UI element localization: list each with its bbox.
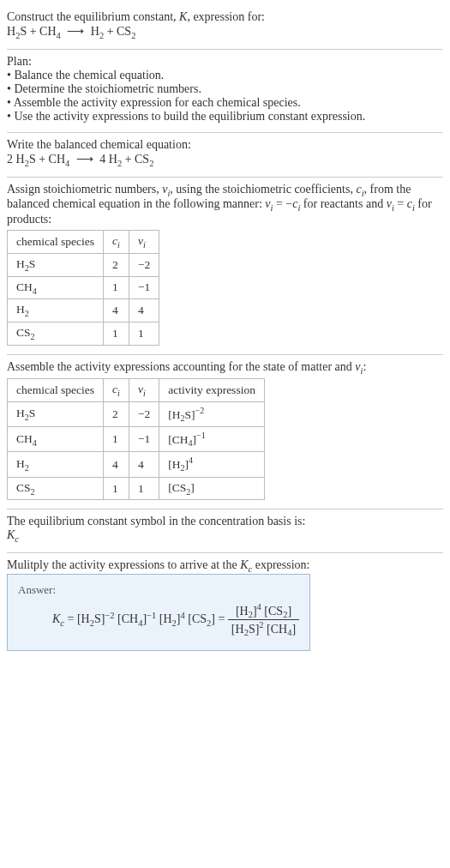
nui-cell: 1 xyxy=(129,322,159,345)
species-cell: H2 xyxy=(8,299,104,322)
ci-cell: 1 xyxy=(104,276,129,299)
ci-cell: 1 xyxy=(104,322,129,345)
balanced-block: Write the balanced chemical equation: 2 … xyxy=(7,135,443,175)
divider xyxy=(7,132,443,133)
kc-expression: Kc = [H2S]−2 [CH4]−1 [H2]4 [CS2] = [H2]4… xyxy=(18,602,299,638)
balanced-label: Write the balanced chemical equation: xyxy=(7,138,443,152)
table-row: H2S 2 −2 xyxy=(8,253,159,276)
species-cell: H2S xyxy=(8,402,104,427)
table-row: chemical species ci νi activity expressi… xyxy=(8,379,265,402)
fraction: [H2]4 [CS2] [H2S]2 [CH4] xyxy=(228,602,299,638)
divider xyxy=(7,49,443,50)
activity-text: Assemble the activity expressions accoun… xyxy=(7,360,443,376)
col-header: ci xyxy=(104,379,129,402)
divider xyxy=(7,552,443,553)
nui-cell: −2 xyxy=(129,402,159,427)
nui-cell: −1 xyxy=(129,427,159,452)
table-row: CS2 1 1 [CS2] xyxy=(8,477,265,500)
activity-table: chemical species ci νi activity expressi… xyxy=(7,378,265,500)
col-header: chemical species xyxy=(8,231,104,254)
plan-item: • Balance the chemical equation. xyxy=(7,69,443,82)
table-row: chemical species ci νi xyxy=(8,231,159,254)
table-row: CH4 1 −1 xyxy=(8,276,159,299)
table-row: H2 4 4 [H2]4 xyxy=(8,452,265,477)
nui-cell: −1 xyxy=(129,276,159,299)
symbol-text: The equilibrium constant symbol in the c… xyxy=(7,515,443,528)
ci-cell: 4 xyxy=(104,299,129,322)
table-row: H2S 2 −2 [H2S]−2 xyxy=(8,402,265,427)
plan-label: Plan: xyxy=(7,55,443,69)
ci-cell: 4 xyxy=(104,452,129,477)
ci-cell: 2 xyxy=(104,253,129,276)
col-header: ci xyxy=(104,231,129,254)
species-cell: CH4 xyxy=(8,427,104,452)
stoich-block: Assign stoichiometric numbers, νi, using… xyxy=(7,179,443,353)
nui-cell: 4 xyxy=(129,452,159,477)
ci-cell: 1 xyxy=(104,427,129,452)
species-cell: CS2 xyxy=(8,477,104,500)
species-cell: CH4 xyxy=(8,276,104,299)
nui-cell: 1 xyxy=(129,477,159,500)
answer-box: Answer: Kc = [H2S]−2 [CH4]−1 [H2]4 [CS2]… xyxy=(7,574,310,651)
ci-cell: 1 xyxy=(104,477,129,500)
ci-cell: 2 xyxy=(104,402,129,427)
col-header: chemical species xyxy=(8,379,104,402)
prompt-block: Construct the equilibrium constant, K, e… xyxy=(7,7,443,47)
activity-cell: [CS2] xyxy=(159,477,265,500)
fraction-denominator: [H2S]2 [CH4] xyxy=(228,620,299,637)
activity-block: Assemble the activity expressions accoun… xyxy=(7,357,443,508)
stoich-table: chemical species ci νi H2S 2 −2 CH4 1 −1… xyxy=(7,230,159,345)
plan-item: • Use the activity expressions to build … xyxy=(7,110,443,124)
balanced-equation: 2 H2S + CH4 ⟶ 4 H2 + CS2 xyxy=(7,152,443,168)
prompt-title: Construct the equilibrium constant, K, e… xyxy=(7,10,443,24)
nui-cell: −2 xyxy=(129,253,159,276)
activity-cell: [H2S]−2 xyxy=(159,402,265,427)
table-row: CS2 1 1 xyxy=(8,322,159,345)
table-row: CH4 1 −1 [CH4]−1 xyxy=(8,427,265,452)
answer-label: Answer: xyxy=(18,583,299,597)
plan-item: • Determine the stoichiometric numbers. xyxy=(7,82,443,96)
divider xyxy=(7,177,443,178)
kc-symbol: Kc xyxy=(7,528,443,544)
species-cell: H2S xyxy=(8,253,104,276)
plan-item: • Assemble the activity expression for e… xyxy=(7,96,443,110)
unbalanced-equation: H2S + CH4 ⟶ H2 + CS2 xyxy=(7,24,443,40)
species-cell: CS2 xyxy=(8,322,104,345)
divider xyxy=(7,509,443,509)
fraction-numerator: [H2]4 [CS2] xyxy=(228,602,299,620)
activity-cell: [H2]4 xyxy=(159,452,265,477)
activity-cell: [CH4]−1 xyxy=(159,427,265,452)
symbol-block: The equilibrium constant symbol in the c… xyxy=(7,511,443,551)
stoich-text: Assign stoichiometric numbers, νi, using… xyxy=(7,183,443,227)
col-header: νi xyxy=(129,379,159,402)
divider xyxy=(7,354,443,355)
multiply-block: Mulitply the activity expressions to arr… xyxy=(7,555,443,658)
col-header: activity expression xyxy=(159,379,265,402)
nui-cell: 4 xyxy=(129,299,159,322)
plan-block: Plan: • Balance the chemical equation. •… xyxy=(7,51,443,130)
species-cell: H2 xyxy=(8,452,104,477)
multiply-text: Mulitply the activity expressions to arr… xyxy=(7,558,443,574)
table-row: H2 4 4 xyxy=(8,299,159,322)
col-header: νi xyxy=(129,231,159,254)
